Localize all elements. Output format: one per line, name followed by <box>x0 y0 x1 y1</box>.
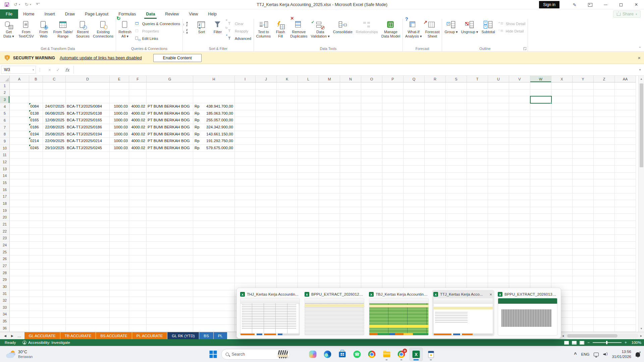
cell-Z27[interactable] <box>594 262 615 269</box>
cell-Y35[interactable] <box>573 318 594 325</box>
cell-E31[interactable] <box>110 290 129 297</box>
row-header-26[interactable]: 26 <box>0 255 10 262</box>
cell-AA13[interactable] <box>615 166 636 173</box>
cell-V2[interactable] <box>509 89 530 97</box>
row-header-19[interactable]: 19 <box>0 207 10 214</box>
cell-H5[interactable]: Rp185.063.700,00 <box>193 110 235 117</box>
cell-A34[interactable] <box>10 311 29 318</box>
column-header-U[interactable]: U <box>488 76 509 82</box>
cell-D21[interactable] <box>66 221 110 228</box>
cell-A1[interactable] <box>10 82 29 89</box>
cell-R18[interactable] <box>425 200 446 207</box>
cell-E1[interactable] <box>110 82 129 89</box>
cell-L14[interactable] <box>298 173 319 180</box>
from-table-range-button[interactable]: From Table/Range <box>52 19 74 39</box>
cell-J21[interactable] <box>256 221 277 228</box>
cell-V14[interactable] <box>509 173 530 180</box>
sheet-tab-tb-accurate[interactable]: TB ACCURATE <box>60 332 96 339</box>
tab-file[interactable]: File <box>0 9 18 19</box>
row-header-4[interactable]: 4 <box>0 103 10 110</box>
cell-A30[interactable] <box>10 283 29 290</box>
column-header-J[interactable]: J <box>256 76 277 82</box>
cell-Z9[interactable] <box>594 138 615 145</box>
cell-Z15[interactable] <box>594 179 615 186</box>
cell-H28[interactable] <box>193 269 235 277</box>
cell-M27[interactable] <box>319 262 340 269</box>
cell-F33[interactable] <box>129 304 147 311</box>
cell-Y2[interactable] <box>573 89 594 97</box>
cell-R6[interactable] <box>425 117 446 124</box>
fill-handle[interactable] <box>550 102 552 104</box>
cell-X23[interactable] <box>551 235 573 242</box>
cell-A24[interactable] <box>10 242 29 249</box>
edit-links-button[interactable]: Edit Links <box>133 35 181 42</box>
cell-D9[interactable]: BCA-TTJ/2025/0214 <box>66 138 110 145</box>
cell-C27[interactable] <box>43 262 66 269</box>
cell-G26[interactable] <box>147 255 193 262</box>
horizontal-scroll-thumb[interactable] <box>567 334 618 338</box>
cell-H15[interactable] <box>193 179 235 186</box>
data-validation-button[interactable]: DataValidation ▾ <box>310 19 331 39</box>
cell-B15[interactable] <box>29 179 43 186</box>
cell-A14[interactable] <box>10 173 29 180</box>
cell-F26[interactable] <box>129 255 147 262</box>
cell-L20[interactable] <box>298 214 319 221</box>
sheet-nav-prev-icon[interactable]: ◀ <box>4 334 6 338</box>
cell-Y8[interactable] <box>573 131 594 138</box>
cell-Q4[interactable] <box>404 103 425 110</box>
cell-P11[interactable] <box>382 152 404 159</box>
cell-S17[interactable] <box>446 193 467 200</box>
column-header-Y[interactable]: Y <box>573 76 594 82</box>
cell-I19[interactable] <box>235 207 256 214</box>
clock[interactable]: 13:56 31/01/2026 <box>612 349 631 359</box>
cell-K15[interactable] <box>277 179 298 186</box>
cell-B36[interactable] <box>29 325 43 332</box>
cell-B16[interactable] <box>29 186 43 193</box>
cell-W18[interactable] <box>530 200 551 207</box>
column-header-E[interactable]: E <box>110 76 129 82</box>
cell-U12[interactable] <box>488 159 509 166</box>
tab-page-layout[interactable]: Page Layout <box>80 9 113 19</box>
cell-L26[interactable] <box>298 255 319 262</box>
cell-S8[interactable] <box>446 131 467 138</box>
cell-T16[interactable] <box>467 186 488 193</box>
cell-L7[interactable] <box>298 124 319 131</box>
cell-P26[interactable] <box>382 255 404 262</box>
cell-G25[interactable] <box>147 249 193 256</box>
cell-V24[interactable] <box>509 242 530 249</box>
column-header-AA[interactable]: AA <box>615 76 636 82</box>
column-header-Q[interactable]: Q <box>404 76 425 82</box>
cell-L15[interactable] <box>298 179 319 186</box>
cell-F13[interactable] <box>129 166 147 173</box>
cell-S14[interactable] <box>446 173 467 180</box>
cell-Y33[interactable] <box>573 304 594 311</box>
cell-Y3[interactable] <box>573 96 594 103</box>
cell-P19[interactable] <box>382 207 404 214</box>
cell-H4[interactable]: Rp438.941.700,00 <box>193 103 235 110</box>
cell-N12[interactable] <box>340 159 361 166</box>
cell-C2[interactable] <box>43 89 66 97</box>
cell-AA19[interactable] <box>615 207 636 214</box>
cell-B31[interactable] <box>29 290 43 297</box>
cell-N3[interactable] <box>340 96 361 103</box>
cell-R7[interactable] <box>425 124 446 131</box>
cell-P8[interactable] <box>382 131 404 138</box>
cell-O19[interactable] <box>361 207 382 214</box>
cell-E18[interactable] <box>110 200 129 207</box>
cell-M6[interactable] <box>319 117 340 124</box>
cell-A13[interactable] <box>10 166 29 173</box>
cell-B2[interactable] <box>29 89 43 97</box>
active-cell-W3[interactable] <box>530 96 551 103</box>
cell-X26[interactable] <box>551 255 573 262</box>
cell-X15[interactable] <box>551 179 573 186</box>
cell-I12[interactable] <box>235 159 256 166</box>
cell-X9[interactable] <box>551 138 573 145</box>
cell-Z7[interactable] <box>594 124 615 131</box>
preview-thumbnail[interactable] <box>369 298 429 336</box>
cell-I7[interactable] <box>235 124 256 131</box>
cell-M18[interactable] <box>319 200 340 207</box>
cell-E19[interactable] <box>110 207 129 214</box>
cell-Q22[interactable] <box>404 228 425 235</box>
cell-S18[interactable] <box>446 200 467 207</box>
cell-X16[interactable] <box>551 186 573 193</box>
